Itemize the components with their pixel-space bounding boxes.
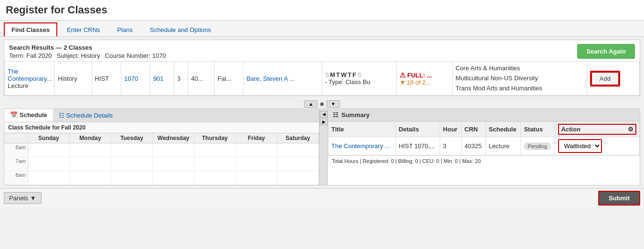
day-t1: T — [336, 71, 340, 78]
col-crn: CRN — [461, 122, 486, 137]
time-8am: 8am — [4, 171, 28, 184]
search-again-button[interactable]: Search Again — [577, 44, 635, 59]
summary-grid-icon: ☷ — [333, 111, 338, 119]
day-m: M — [330, 71, 335, 78]
wednesday-header: Wednesday — [153, 133, 194, 143]
col-status: Status — [521, 122, 555, 137]
cal-cell-sat-7am — [277, 157, 319, 171]
friday-header: Friday — [236, 133, 277, 143]
category-1: Core Arts & Humanities — [455, 64, 584, 74]
col-action: Action ⚙ — [555, 122, 640, 137]
day-s1: S — [325, 71, 329, 78]
calendar-header: Sunday Monday Tuesday Wednesday Thursday… — [4, 133, 319, 143]
cal-row-8am: 8am — [4, 171, 319, 185]
resize-right-button[interactable]: ▶ — [320, 119, 327, 125]
tab-find-classes[interactable]: Find Classes — [4, 22, 57, 36]
cal-row-7am: 7am — [4, 157, 319, 171]
summary-row: The Contemporary ... HIST 1070,... 3 403… — [328, 137, 640, 155]
resize-left-button[interactable]: ◀ — [320, 111, 327, 118]
tab-schedule-details[interactable]: ☷ Schedule Details — [53, 109, 119, 121]
category-2: Multicultural Non-US Diversity — [455, 74, 584, 84]
add-cell: Add — [587, 62, 639, 96]
resize-down-button[interactable]: ▼ — [327, 100, 340, 108]
panels-button[interactable]: Panels ▼ — [4, 192, 42, 204]
summary-header: ☷ Summary — [328, 109, 640, 121]
cal-cell-sat-6am — [277, 143, 319, 157]
summary-hours-cell: 3 — [440, 137, 461, 155]
summary-status-cell: Pending — [521, 137, 555, 155]
tab-schedule-options[interactable]: Schedule and Options — [142, 22, 219, 36]
add-button[interactable]: Add — [591, 72, 619, 86]
resize-up-button[interactable]: ▲ — [304, 100, 317, 108]
summary-panel: ☷ Summary Title Details Hour CRN Schedul… — [328, 109, 640, 185]
saturday-header: Saturday — [277, 133, 319, 143]
gear-icon[interactable]: ⚙ — [628, 126, 633, 133]
chevron-down-icon: ▼ — [30, 195, 36, 202]
summary-action-cell: Waitlisted Add Drop — [555, 137, 640, 155]
results-table: The Contemporary... Lecture History HIST… — [4, 61, 640, 96]
course-title-link[interactable]: The Contemporary... — [8, 68, 52, 82]
waitlist-label: ▼ 18 of 2... — [400, 79, 431, 86]
course-code-cell: HIST — [92, 62, 121, 96]
cal-cell-thu-8am — [194, 171, 236, 184]
resize-dot: ● — [319, 99, 325, 109]
section-cell: 901 — [150, 62, 174, 96]
summary-table-header: Title Details Hour CRN Schedule Status A… — [328, 122, 640, 137]
bottom-section: 📅 Schedule ☷ Schedule Details Class Sche… — [4, 108, 640, 185]
calendar-icon: 📅 — [10, 111, 18, 119]
category-3: Trans Mod Arts and Humanities — [455, 84, 584, 94]
cal-cell-fri-8am — [236, 171, 277, 184]
day-t2: T — [348, 71, 351, 78]
cal-cell-tue-8am — [111, 171, 153, 184]
bottom-bar: Panels ▼ Submit — [0, 188, 644, 207]
cal-cell-thu-7am — [194, 157, 236, 171]
schedule-tab-bar: 📅 Schedule ☷ Schedule Details — [4, 109, 319, 122]
tab-plans[interactable]: Plans — [110, 22, 141, 36]
cal-cell-thu-6am — [194, 143, 236, 157]
tuesday-header: Tuesday — [111, 133, 153, 143]
list-icon: ☷ — [59, 112, 64, 119]
cal-cell-wed-6am — [153, 143, 194, 157]
summary-schedule-cell: Lecture — [486, 137, 521, 155]
submit-button[interactable]: Submit — [598, 191, 640, 206]
resize-handle-row: ▲ ● ▼ — [0, 99, 644, 108]
schedule-panel: 📅 Schedule ☷ Schedule Details Class Sche… — [4, 109, 319, 185]
credits-cell: 3 — [174, 62, 188, 96]
cal-cell-fri-6am — [236, 143, 277, 157]
capacity-cell: 40... — [188, 62, 214, 96]
cal-cell-sun-7am — [28, 157, 70, 171]
tab-schedule[interactable]: 📅 Schedule — [4, 109, 53, 122]
thursday-header: Thursday — [194, 133, 236, 143]
categories-cell: Core Arts & Humanities Multicultural Non… — [453, 62, 587, 96]
col-schedule: Schedule — [486, 122, 521, 137]
warning-icon: ⚠ — [400, 71, 406, 79]
cal-cell-wed-8am — [153, 171, 194, 184]
cal-cell-sat-8am — [277, 171, 319, 184]
total-hours: Total Hours | Registered: 0 | Billing: 0… — [328, 155, 640, 166]
calendar-grid: Sunday Monday Tuesday Wednesday Thursday… — [4, 133, 319, 185]
cal-row-6am: 6am — [4, 143, 319, 157]
vertical-resize-handle[interactable]: ◀ ▶ — [319, 109, 328, 185]
days-cell: S M T W T F S - Type: Class Bu — [322, 62, 396, 96]
schedule-title: Class Schedule for Fall 2020 — [4, 122, 319, 133]
class-type: - Type: Class Bu — [325, 78, 370, 86]
col-hours: Hour — [440, 122, 461, 137]
col-details: Details — [396, 122, 440, 137]
time-7am: 7am — [4, 157, 28, 171]
monday-header: Monday — [70, 133, 111, 143]
page-title: Register for Classes — [0, 0, 644, 21]
status-badge: Pending — [524, 142, 550, 150]
summary-details-cell: HIST 1070,... — [396, 137, 440, 155]
summary-title-link[interactable]: The Contemporary ... — [331, 142, 390, 150]
cal-cell-sun-6am — [28, 143, 70, 157]
cal-cell-mon-6am — [70, 143, 111, 157]
main-tabs: Find Classes Enter CRNs Plans Schedule a… — [0, 21, 644, 37]
tab-enter-crns[interactable]: Enter CRNs — [59, 22, 107, 36]
course-type: Lecture — [8, 82, 28, 89]
search-results-panel: Search Results — 2 Classes Term: Fall 20… — [4, 40, 640, 96]
action-select[interactable]: Waitlisted Add Drop — [559, 140, 601, 152]
full-label: ⚠ FULL: ... — [400, 71, 432, 79]
day-s2: S — [357, 71, 361, 78]
search-results-title: Search Results — 2 Classes — [9, 44, 166, 51]
table-row: The Contemporary... Lecture History HIST… — [5, 62, 640, 96]
